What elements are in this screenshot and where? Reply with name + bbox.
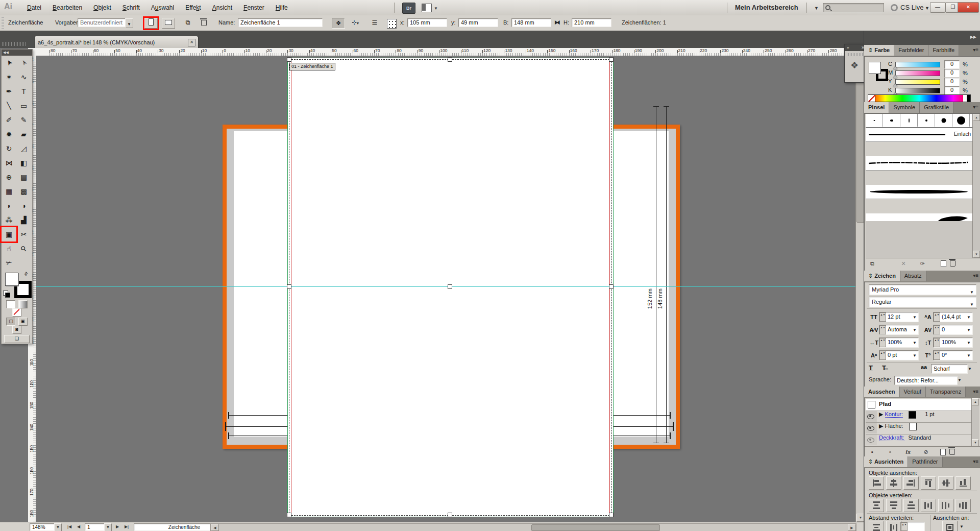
slider-track-k[interactable]	[895, 88, 940, 93]
font-style-dropdown[interactable]: Regular▼	[869, 297, 976, 307]
horizontal-scrollbar[interactable]: ◀ ▶	[210, 523, 856, 531]
last-page-icon[interactable]: ▶|	[122, 523, 131, 530]
delete-item-icon[interactable]	[949, 449, 955, 455]
underline-button[interactable]: T̲	[869, 364, 873, 374]
rotate-tool[interactable]: ↻	[2, 141, 16, 156]
artboard-handle[interactable]	[609, 284, 614, 289]
rectangle-tool[interactable]: ▭	[16, 99, 31, 113]
stroke-link[interactable]: Kontur:	[885, 411, 903, 418]
pencil-tool[interactable]: ✎	[16, 113, 31, 127]
direct-selection-tool[interactable]: ➢	[16, 56, 31, 70]
blend-tool[interactable]: ◑	[16, 199, 31, 213]
menu-objekt[interactable]: Objekt	[88, 0, 117, 15]
dist-right-button[interactable]	[955, 499, 971, 512]
artboard-handle[interactable]	[609, 513, 614, 517]
antialias-dropdown[interactable]: Scharf	[931, 364, 968, 374]
panel-menu-icon[interactable]: ▾≡	[973, 458, 978, 464]
artboard-handle[interactable]	[448, 284, 452, 289]
gradient-tool[interactable]: ▩	[16, 184, 31, 199]
hand-tool[interactable]: ☝	[2, 242, 16, 256]
swap-fill-stroke-icon[interactable]: ⇄	[23, 271, 29, 277]
first-page-icon[interactable]: |◀	[65, 523, 74, 530]
dist-center-h-button[interactable]	[938, 499, 953, 512]
new-fill-icon[interactable]: ▫	[886, 447, 895, 457]
appearance-scrollbar[interactable]: ▲ ▼	[971, 398, 979, 446]
workspace-switcher[interactable]: Mein Arbeitsbereich	[735, 0, 798, 15]
chevron-down-icon[interactable]: ▼	[968, 367, 972, 371]
height-field[interactable]: 210 mm	[572, 18, 611, 27]
visibility-icon[interactable]	[866, 411, 876, 422]
opacity-row[interactable]: Deckkraft: Standard	[866, 435, 973, 446]
strikethrough-button[interactable]: T̶	[882, 364, 886, 374]
menu-auswahl[interactable]: Auswahl	[145, 0, 180, 15]
color-spectrum-bar[interactable]	[868, 94, 971, 102]
mesh-tool[interactable]: ▦	[2, 184, 16, 199]
draw-inside-button[interactable]: ◙	[12, 326, 21, 334]
new-brush-icon[interactable]	[941, 260, 946, 267]
artboard-name-tag[interactable]: 01 - Zeichenfläche 1	[289, 63, 335, 70]
close-button[interactable]: ✕	[958, 2, 979, 13]
calligraphic-brush[interactable]	[866, 114, 883, 127]
calligraphic-brush[interactable]	[935, 114, 952, 127]
move-with-artboard-toggle[interactable]: ✥	[332, 18, 345, 29]
align-top-button[interactable]	[921, 476, 936, 490]
char-setting-field[interactable]: ▲▼100%▼	[933, 337, 973, 348]
line-segment-tool[interactable]: ╲	[2, 99, 16, 113]
stroke-color-swatch[interactable]	[909, 411, 916, 419]
artboard-options-icon[interactable]: ⊹▾	[349, 18, 361, 28]
tab-farbfelder[interactable]: Farbfelder	[894, 45, 928, 56]
chevron-down-icon[interactable]: ▼	[925, 6, 929, 11]
add-effect-icon[interactable]: fx	[903, 447, 913, 457]
menu-datei[interactable]: Datei	[21, 0, 47, 15]
close-tab-icon[interactable]: ✕	[188, 39, 195, 46]
portrait-orientation-button[interactable]	[144, 18, 158, 29]
collapse-dock-icon[interactable]: ▶▶	[970, 35, 976, 39]
duplicate-item-icon[interactable]	[940, 449, 946, 455]
lasso-tool[interactable]: ∿	[16, 70, 31, 84]
type-tool[interactable]: T	[16, 84, 31, 99]
align-bottom-button[interactable]	[955, 476, 971, 490]
delete-brush-icon[interactable]	[950, 260, 955, 267]
language-dropdown[interactable]: Deutsch: Refor...	[894, 376, 958, 385]
menu-effekt[interactable]: Effekt	[180, 0, 206, 15]
char-setting-field[interactable]: ▲▼0°▼	[933, 350, 973, 360]
menu-ansicht[interactable]: Ansicht	[207, 0, 238, 15]
artboard-name-field[interactable]: Zeichenfläche 1	[238, 18, 323, 27]
fill-swatch-mini[interactable]	[869, 62, 881, 74]
new-stroke-icon[interactable]: ▪	[868, 447, 877, 457]
tab-aussehen[interactable]: Aussehen	[864, 387, 900, 397]
layers-icon[interactable]: ❖	[850, 60, 859, 71]
panel-menu-icon[interactable]: ▾≡	[973, 273, 978, 278]
calligraphic-brush[interactable]	[952, 114, 970, 127]
artboard-handle[interactable]	[448, 513, 452, 517]
zoom-dropdown-icon[interactable]: ▼	[54, 523, 62, 531]
dist-bottom-button[interactable]	[903, 499, 919, 512]
menu-schrift[interactable]: Schrift	[117, 0, 145, 15]
tab-verlauf[interactable]: Verlauf	[900, 387, 926, 397]
cs-live-button[interactable]: CS Live	[900, 0, 924, 15]
artboard-handle[interactable]	[448, 57, 452, 62]
tab-transparenz[interactable]: Transparenz	[926, 387, 966, 397]
char-setting-field[interactable]: ▲▼0 pt▼	[879, 350, 919, 360]
scroll-up-icon[interactable]: ▲	[972, 398, 979, 405]
symbol-sprayer-tool[interactable]: ⁂	[2, 213, 16, 227]
menu-fenster[interactable]: Fenster	[238, 0, 270, 15]
horizontal-ruler[interactable]: 8070605040302010010203040506070809010011…	[36, 48, 855, 56]
space-horizontal-button[interactable]	[886, 521, 901, 531]
artboard-handle[interactable]	[609, 57, 614, 62]
arrange-documents-icon[interactable]	[422, 4, 432, 12]
graph-tool[interactable]: ▟	[16, 213, 31, 227]
expand-icon[interactable]: ▶	[879, 411, 883, 417]
panel-grip[interactable]	[2, 17, 4, 29]
menu-hilfe[interactable]: Hilfe	[270, 0, 293, 15]
char-setting-field[interactable]: ▲▼100%▼	[879, 337, 919, 348]
width-tool[interactable]: ⋈	[2, 156, 16, 170]
spacing-value-field[interactable]: ▲▼	[900, 522, 925, 531]
remove-brush-stroke-icon[interactable]: ✕	[899, 258, 908, 269]
align-center-h-button[interactable]	[886, 476, 901, 490]
artboard-handle[interactable]	[287, 57, 291, 62]
slider-track-c[interactable]	[895, 62, 940, 67]
landscape-orientation-button[interactable]	[162, 18, 175, 29]
none-button[interactable]	[12, 308, 21, 317]
visibility-icon[interactable]	[866, 435, 876, 445]
